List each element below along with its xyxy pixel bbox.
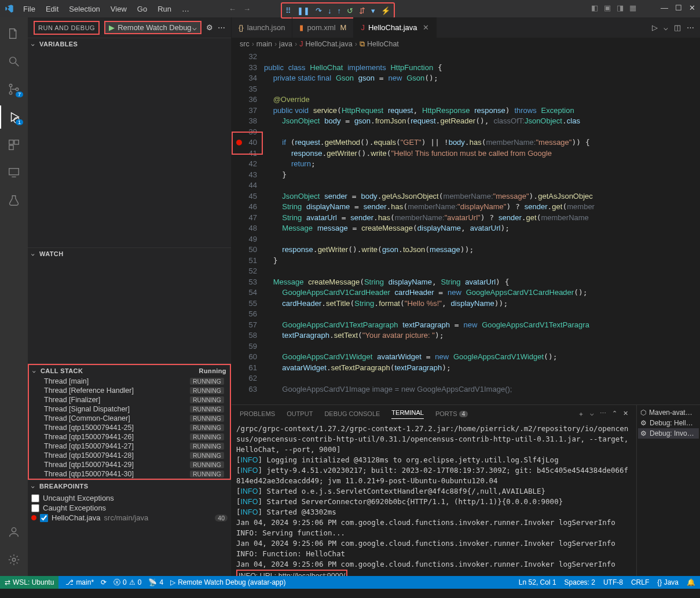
pause-icon[interactable]: ❚❚ <box>297 6 310 15</box>
thread-row[interactable]: Thread [Signal Dispatcher]RUNNING <box>29 404 230 414</box>
encoding-status[interactable]: UTF-8 <box>603 578 623 586</box>
new-terminal-icon[interactable]: ＋ <box>578 410 584 418</box>
step-into-icon[interactable]: ↓ <box>328 6 332 15</box>
thread-row[interactable]: Thread [Reference Handler]RUNNING <box>29 386 230 395</box>
terminal-list: ⬡Maven-avat…⚙Debug: Hell…⚙Debug: Invo… <box>636 405 700 576</box>
bp-uncaught[interactable]: Uncaught Exceptions <box>31 493 228 503</box>
thread-row[interactable]: Thread [Finalizer]RUNNING <box>29 395 230 404</box>
menu-more[interactable]: … <box>177 2 194 16</box>
toggle-panel-left-icon[interactable]: ◧ <box>591 3 598 12</box>
chevron-down-icon[interactable]: ⌵ <box>664 23 668 32</box>
menu-file[interactable]: File <box>19 2 40 16</box>
tab-debug-console[interactable]: DEBUG CONSOLE <box>324 410 380 417</box>
search-icon[interactable] <box>0 50 28 73</box>
breadcrumb[interactable]: src› main› java› J HelloChat.java› ⧉ Hel… <box>232 38 700 50</box>
split-editor-icon[interactable]: ◫ <box>674 23 681 32</box>
tab-pom-xml[interactable]: ▮pom.xmlM <box>292 17 354 38</box>
drag-handle-icon[interactable]: ⠿ <box>285 6 291 15</box>
git-branch[interactable]: ⎇main* <box>65 578 94 586</box>
menu-go[interactable]: Go <box>133 2 152 16</box>
terminal-instance[interactable]: ⚙Debug: Invo… <box>638 428 699 439</box>
step-out-icon[interactable]: ↑ <box>338 6 342 15</box>
tab-output[interactable]: OUTPUT <box>287 410 313 417</box>
chevron-down-icon[interactable]: ⌵ <box>590 410 594 418</box>
more-icon[interactable]: ⋯ <box>218 23 225 32</box>
code-editor[interactable]: public class HelloChat implements HttpFu… <box>264 50 644 404</box>
hot-reload-icon[interactable]: ⚡ <box>381 6 390 15</box>
tab-launch-json[interactable]: {}launch.json <box>232 17 292 38</box>
breakpoints-header[interactable]: ⌵BREAKPOINTS <box>28 480 231 492</box>
maximize-panel-icon[interactable]: ⌃ <box>612 410 617 418</box>
chevron-down-icon[interactable]: ▾ <box>371 6 375 15</box>
settings-gear-icon[interactable] <box>0 548 28 571</box>
menu-edit[interactable]: Edit <box>41 2 63 16</box>
remote-explorer-icon[interactable] <box>0 161 28 184</box>
menu-view[interactable]: View <box>106 2 131 16</box>
tab-ports[interactable]: PORTS4 <box>435 410 468 417</box>
watch-header[interactable]: ⌵WATCH <box>28 248 231 260</box>
close-tab-icon[interactable]: ✕ <box>423 23 429 32</box>
thread-row[interactable]: Thread [qtp1500079441-28]RUNNING <box>29 451 230 460</box>
menu-selection[interactable]: Selection <box>64 2 104 16</box>
thread-row[interactable]: Thread [qtp1500079441-25]RUNNING <box>29 423 230 432</box>
antenna-icon: 📡 <box>148 578 157 586</box>
thread-row[interactable]: Thread [Common-Cleaner]RUNNING <box>29 414 230 423</box>
variables-section: ⌵VARIABLES <box>28 38 231 247</box>
minimize-icon[interactable]: — <box>661 3 668 12</box>
close-panel-icon[interactable]: ✕ <box>623 410 628 418</box>
terminal-instance[interactable]: ⚙Debug: Hell… <box>638 418 699 428</box>
nav-back-icon[interactable]: ← <box>229 5 236 13</box>
thread-row[interactable]: Thread [qtp1500079441-26]RUNNING <box>29 432 230 442</box>
notifications-icon[interactable]: 🔔 <box>687 578 695 586</box>
line-gutter[interactable]: 3233343536373839404142434445464748495051… <box>232 50 264 404</box>
nav-fwd-icon[interactable]: → <box>243 5 251 13</box>
svg-rect-9 <box>9 169 19 175</box>
minimap[interactable] <box>644 50 700 404</box>
tab-hellochat[interactable]: JHelloChat.java✕ <box>354 17 437 38</box>
close-icon[interactable]: ✕ <box>689 3 695 12</box>
remote-indicator[interactable]: ⇄WSL: Ubuntu <box>0 576 58 589</box>
layout-grid-icon[interactable]: ▦ <box>629 3 636 12</box>
extensions-icon[interactable] <box>0 133 28 156</box>
indent-status[interactable]: Spaces: 2 <box>565 578 595 586</box>
terminal-instance[interactable]: ⬡Maven-avat… <box>638 407 699 418</box>
cursor-position[interactable]: Ln 52, Col 1 <box>519 578 556 586</box>
disconnect-icon[interactable]: ⇵ <box>359 6 365 15</box>
bp-caught[interactable]: Caught Exceptions <box>31 503 228 513</box>
accounts-icon[interactable] <box>0 520 28 544</box>
problems-status[interactable]: ⓧ0 ⚠0 <box>113 578 141 588</box>
toggle-panel-bottom-icon[interactable]: ▣ <box>604 3 611 12</box>
warning-icon: ⚠ <box>129 578 135 586</box>
maximize-icon[interactable]: ☐ <box>675 3 682 12</box>
variables-header[interactable]: ⌵VARIABLES <box>28 38 231 50</box>
menu-run[interactable]: Run <box>153 2 176 16</box>
terminal-output[interactable]: /grpc/grpc-context/1.27.2/grpc-context-1… <box>232 422 636 576</box>
start-debug-icon[interactable]: ▶ <box>109 23 115 32</box>
thread-row[interactable]: Thread [qtp1500079441-27]RUNNING <box>29 442 230 451</box>
run-icon[interactable]: ▷ <box>652 23 658 32</box>
explorer-icon[interactable] <box>0 22 28 45</box>
more-icon[interactable]: ⋯ <box>600 410 606 418</box>
restart-icon[interactable]: ↺ <box>347 6 353 15</box>
toggle-panel-right-icon[interactable]: ◨ <box>617 3 624 12</box>
ports-status[interactable]: 📡4 <box>148 578 163 586</box>
tab-problems[interactable]: PROBLEMS <box>240 410 275 417</box>
debug-icon: ▷ <box>170 578 175 586</box>
tab-terminal[interactable]: TERMINAL <box>391 409 424 419</box>
launch-config-dropdown[interactable]: ▶ Remote Watch Debug ⌵ <box>104 21 201 34</box>
testing-icon[interactable] <box>0 189 28 212</box>
thread-row[interactable]: Thread [main]RUNNING <box>29 377 230 386</box>
language-status[interactable]: {} Java <box>657 578 679 586</box>
callstack-header[interactable]: ⌵CALL STACKRunning <box>29 365 230 377</box>
bp-file-row[interactable]: HelloChat.java src/main/java 40 <box>31 513 228 523</box>
configure-gear-icon[interactable]: ⚙ <box>206 23 213 32</box>
thread-row[interactable]: Thread [qtp1500079441-30]RUNNING <box>29 469 230 479</box>
debug-status[interactable]: ▷Remote Watch Debug (avatar-app) <box>170 578 285 586</box>
sync-button[interactable]: ⟳ <box>101 578 107 586</box>
thread-row[interactable]: Thread [qtp1500079441-29]RUNNING <box>29 460 230 469</box>
run-debug-icon[interactable]: 1 <box>0 105 28 129</box>
step-over-icon[interactable]: ↷ <box>316 6 322 15</box>
source-control-icon[interactable]: 7 <box>0 78 28 101</box>
eol-status[interactable]: CRLF <box>631 578 649 586</box>
more-actions-icon[interactable]: ⋯ <box>687 23 694 32</box>
